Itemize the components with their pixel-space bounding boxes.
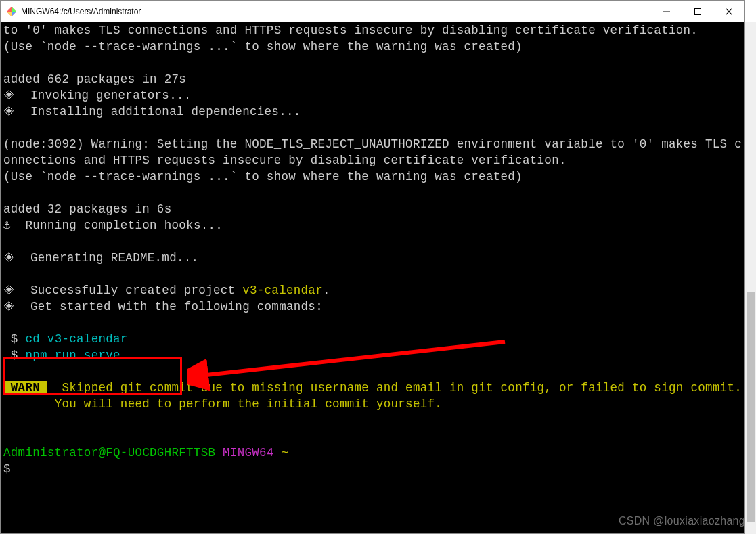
out-line: 🞛 Successfully created project v3-calend…	[3, 284, 330, 297]
warn-badge: WARN	[3, 381, 47, 395]
terminal-output[interactable]: to '0' makes TLS connections and HTTPS r…	[1, 22, 744, 533]
window-title: MINGW64:/c/Users/Administrator	[21, 7, 141, 16]
out-line: 🞛 Installing additional dependencies...	[3, 105, 301, 118]
warn-line: WARN Skipped git commit due to missing u…	[3, 381, 742, 395]
app-icon	[6, 6, 17, 17]
warn-line: You will need to perform the initial com…	[3, 397, 442, 411]
scrollbar-thumb[interactable]	[747, 292, 755, 522]
title-bar[interactable]: MINGW64:/c/Users/Administrator	[1, 1, 744, 22]
close-button[interactable]	[713, 1, 744, 22]
minimize-button[interactable]	[651, 1, 682, 22]
out-line: to '0' makes TLS connections and HTTPS r…	[3, 24, 698, 37]
out-line: (node:3092) Warning: Setting the NODE_TL…	[3, 137, 742, 167]
out-line: added 32 packages in 6s	[3, 202, 171, 216]
cmd-line: $ cd v3-calendar	[3, 332, 128, 346]
out-line: ⚓ Running completion hooks...	[3, 219, 223, 232]
svg-rect-5	[695, 8, 701, 14]
out-line: (Use `node --trace-warnings ...` to show…	[3, 170, 522, 183]
maximize-button[interactable]	[682, 1, 713, 22]
out-line: 🞛 Invoking generators...	[3, 89, 192, 102]
svg-marker-1	[12, 7, 16, 12]
svg-marker-2	[12, 12, 16, 16]
cmd-line: $ npm run serve	[3, 349, 120, 362]
svg-marker-3	[7, 12, 12, 16]
prompt-line: Administrator@FQ-UOCDGHRFTTSB MINGW64 ~	[3, 446, 288, 460]
watermark: CSDN @louxiaxiaozhang	[619, 515, 745, 527]
out-line: (Use `node --trace-warnings ...` to show…	[3, 40, 522, 53]
out-line: added 662 packages in 27s	[3, 72, 186, 86]
terminal-window: MINGW64:/c/Users/Administrator to '0' ma…	[0, 0, 745, 534]
out-line: 🞛 Get started with the following command…	[3, 300, 323, 313]
prompt-dollar[interactable]: $	[3, 462, 11, 476]
out-line: 🞛 Generating README.md...	[3, 251, 198, 265]
svg-line-9	[200, 342, 505, 376]
scrollbar[interactable]	[745, 22, 756, 534]
